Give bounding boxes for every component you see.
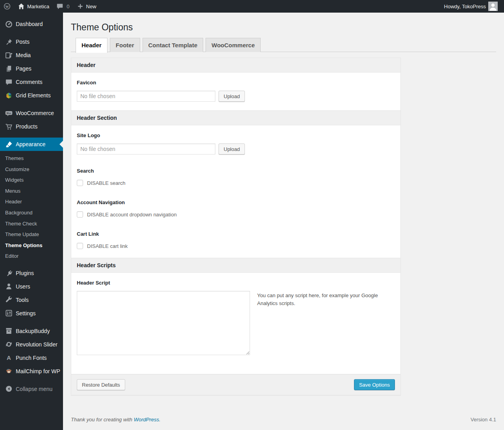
account-navigation-label: Account Navigation bbox=[77, 199, 395, 205]
letter-a-icon: A bbox=[5, 354, 13, 361]
comment-count: 0 bbox=[67, 4, 69, 9]
comment-bubble-icon bbox=[5, 78, 13, 86]
submenu-item-widgets[interactable]: Widgets bbox=[0, 175, 63, 186]
sidebar-item-media[interactable]: Media bbox=[0, 48, 63, 62]
sidebar-item-comments[interactable]: Comments bbox=[0, 75, 63, 89]
panel-footer: Restore Defaults Save Options bbox=[71, 374, 400, 395]
disable-account-navigation-checkbox[interactable] bbox=[77, 211, 83, 218]
save-options-button[interactable]: Save Options bbox=[354, 379, 395, 390]
site-name: Marketica bbox=[27, 4, 49, 9]
site-logo-field: Site Logo Upload bbox=[77, 132, 395, 155]
mailchimp-monkey-icon bbox=[5, 367, 13, 375]
home-icon bbox=[18, 3, 25, 10]
submenu-item-theme-update[interactable]: Theme Update bbox=[0, 229, 63, 240]
favicon-label: Favicon bbox=[77, 80, 395, 86]
site-menu[interactable]: Marketica bbox=[14, 0, 53, 13]
footer-thanks-suffix: . bbox=[159, 417, 161, 423]
sidebar-item-label: Users bbox=[16, 283, 30, 290]
howdy-text: Howdy, TokoPress bbox=[444, 4, 486, 9]
disable-search-checkbox[interactable] bbox=[77, 180, 83, 186]
my-account-menu[interactable]: Howdy, TokoPress bbox=[441, 0, 501, 13]
cart-link-field: Cart Link DISABLE cart link bbox=[77, 231, 395, 249]
disable-cart-link-checkbox[interactable] bbox=[77, 243, 83, 249]
comments-menu[interactable]: 0 bbox=[53, 0, 73, 13]
settings-sliders-icon bbox=[5, 309, 13, 317]
page-title: Theme Options bbox=[71, 13, 496, 38]
sidebar-item-label: MailChimp for WP bbox=[16, 368, 60, 374]
sidebar-item-revolution-slider[interactable]: Revolution Slider bbox=[0, 338, 63, 351]
favicon-file-input[interactable] bbox=[77, 91, 215, 102]
cart-link-label: Cart Link bbox=[77, 231, 395, 237]
plus-icon bbox=[77, 3, 84, 10]
submenu-item-header[interactable]: Header bbox=[0, 196, 63, 207]
sidebar-item-label: Media bbox=[16, 52, 31, 58]
sidebar-item-mailchimp[interactable]: MailChimp for WP bbox=[0, 365, 63, 378]
wrench-icon bbox=[5, 296, 13, 303]
submenu-item-customize[interactable]: Customize bbox=[0, 164, 63, 175]
sidebar-item-settings[interactable]: Settings bbox=[0, 307, 63, 320]
wordpress-menu[interactable]: W bbox=[0, 0, 14, 13]
sidebar-item-punch-fonts[interactable]: A Punch Fonts bbox=[0, 351, 63, 365]
restore-defaults-button[interactable]: Restore Defaults bbox=[77, 379, 125, 390]
tab-header[interactable]: Header bbox=[76, 38, 107, 53]
sidebar-item-users[interactable]: Users bbox=[0, 280, 63, 293]
pages-icon bbox=[5, 65, 13, 73]
tab-footer[interactable]: Footer bbox=[110, 38, 140, 52]
sidebar-item-dashboard[interactable]: Dashboard bbox=[0, 17, 63, 31]
sidebar-item-label: BackupBuddy bbox=[16, 328, 50, 334]
sidebar-item-woocommerce[interactable]: Woo WooCommerce bbox=[0, 106, 63, 120]
tab-contact-template[interactable]: Contact Template bbox=[143, 38, 204, 52]
favicon-upload-button[interactable]: Upload bbox=[219, 91, 245, 102]
admin-sidebar-menu: Dashboard Posts Media Pages Comments Gri… bbox=[0, 13, 63, 430]
sidebar-item-appearance[interactable]: Appearance bbox=[0, 138, 63, 151]
sidebar-item-grid-elements[interactable]: Grid Elements bbox=[0, 89, 63, 102]
appearance-brush-icon bbox=[5, 141, 13, 148]
site-logo-file-input[interactable] bbox=[77, 143, 215, 155]
svg-text:Woo: Woo bbox=[7, 112, 11, 114]
search-label: Search bbox=[77, 168, 395, 174]
new-label: New bbox=[86, 4, 96, 9]
wordpress-logo-icon: W bbox=[4, 3, 11, 10]
sidebar-item-backupbuddy[interactable]: BackupBuddy bbox=[0, 324, 63, 338]
sidebar-item-label: Pages bbox=[16, 65, 32, 72]
shopping-cart-icon bbox=[5, 123, 13, 130]
sidebar-item-label: Punch Fonts bbox=[16, 355, 47, 361]
submenu-item-editor[interactable]: Editor bbox=[0, 251, 63, 262]
dashboard-gauge-icon bbox=[5, 20, 13, 28]
main-content: Theme Options HeaderFooterContact Templa… bbox=[63, 13, 504, 430]
user-avatar-image bbox=[488, 2, 498, 11]
sidebar-item-products[interactable]: Products bbox=[0, 120, 63, 133]
account-navigation-field: Account Navigation DISABLE account dropd… bbox=[77, 199, 395, 218]
wp-admin-footer: Thank you for creating with WordPress. V… bbox=[71, 417, 496, 423]
submenu-item-themes[interactable]: Themes bbox=[0, 153, 63, 164]
header-script-field: Header Script You can put any script her… bbox=[77, 280, 395, 355]
sidebar-item-plugins[interactable]: Plugins bbox=[0, 266, 63, 280]
woocommerce-badge-icon: Woo bbox=[5, 110, 13, 117]
sidebar-item-label: Comments bbox=[16, 79, 43, 85]
submenu-item-theme-check[interactable]: Theme Check bbox=[0, 218, 63, 229]
wordpress-link[interactable]: WordPress bbox=[134, 417, 159, 423]
disable-search-label[interactable]: DISABLE search bbox=[87, 180, 126, 186]
header-script-textarea[interactable] bbox=[77, 291, 250, 355]
appearance-submenu: Themes Customize Widgets Menus Header Ba… bbox=[0, 151, 63, 266]
comment-bubble-icon bbox=[56, 3, 63, 10]
sidebar-item-label: Products bbox=[16, 123, 37, 130]
sidebar-item-posts[interactable]: Posts bbox=[0, 35, 63, 48]
site-logo-upload-button[interactable]: Upload bbox=[219, 143, 245, 155]
new-content-menu[interactable]: New bbox=[73, 0, 100, 13]
disable-account-navigation-label[interactable]: DISABLE account dropdown navigation bbox=[87, 212, 177, 218]
section-body-header-section: Site Logo Upload Search DISABLE search A… bbox=[71, 125, 400, 258]
submenu-item-theme-options[interactable]: Theme Options bbox=[0, 240, 63, 251]
disable-cart-link-label[interactable]: DISABLE cart link bbox=[87, 243, 128, 249]
svg-text:W: W bbox=[6, 5, 9, 9]
sidebar-item-tools[interactable]: Tools bbox=[0, 293, 63, 307]
submenu-item-background[interactable]: Background bbox=[0, 207, 63, 218]
sidebar-item-collapse-menu[interactable]: Collapse menu bbox=[0, 382, 63, 396]
sidebar-item-pages[interactable]: Pages bbox=[0, 62, 63, 75]
collapse-arrow-icon bbox=[5, 385, 13, 393]
admin-bar: W Marketica 0 New Howdy, TokoPress bbox=[0, 0, 504, 13]
sidebar-item-label: Dashboard bbox=[16, 21, 43, 27]
media-note-icon bbox=[5, 52, 13, 59]
tab-woocommerce[interactable]: WooCommerce bbox=[206, 38, 261, 52]
submenu-item-menus[interactable]: Menus bbox=[0, 186, 63, 197]
